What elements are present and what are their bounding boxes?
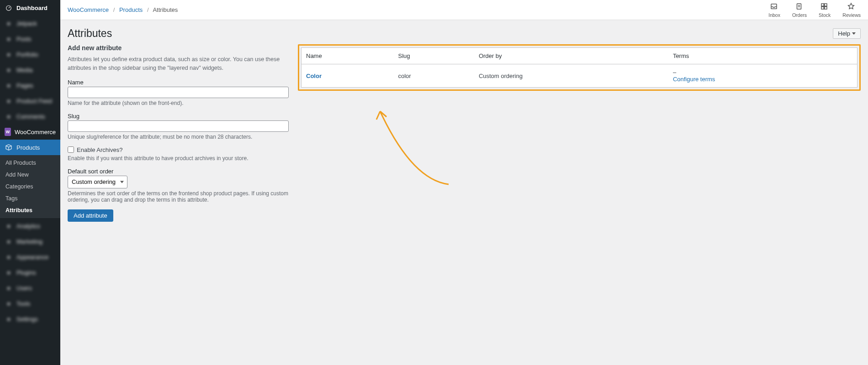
attributes-table-highlight: Name Slug Order by Terms Color color (298, 44, 861, 91)
sidebar-item-blurred: ●Comments (0, 109, 60, 124)
name-input[interactable] (68, 87, 289, 98)
slug-input[interactable] (68, 120, 289, 132)
help-button[interactable]: Help (833, 28, 861, 39)
sidebar-item-blurred: ●Portfolio (0, 47, 60, 62)
th-terms[interactable]: Terms (668, 48, 857, 64)
topbar-btn-orders[interactable]: Orders (792, 2, 807, 18)
sidebar-item-blurred: ●Media (0, 62, 60, 78)
sidebar-item-blurred: ●Pages (0, 78, 60, 93)
admin-sidebar: Dashboard ●Jetpack ●Posts ●Portfolio ●Me… (0, 0, 60, 365)
gauge-icon (5, 4, 13, 12)
sidebar-item-products[interactable]: Products (0, 140, 60, 155)
orders-icon (795, 2, 804, 11)
sidebar-item-label: Dashboard (16, 5, 48, 11)
svg-rect-3 (821, 4, 824, 6)
topbar: WooCommerce / Products / Attributes Inbo… (60, 0, 868, 20)
topbar-btn-stock[interactable]: Stock (819, 2, 831, 18)
submenu-item-all-products[interactable]: All Products (0, 157, 60, 169)
slug-label: Slug (68, 113, 289, 120)
sidebar-item-blurred: ●Tools (0, 296, 60, 311)
slug-hint: Unique slug/reference for the attribute;… (68, 134, 289, 140)
form-intro: Attributes let you define extra product … (68, 55, 289, 73)
products-submenu: All Products Add New Categories Tags Att… (0, 155, 60, 218)
box-icon (5, 143, 13, 151)
sidebar-item-blurred: ●Marketing (0, 234, 60, 249)
attribute-slug-cell: color (394, 64, 474, 88)
attribute-name-link[interactable]: Color (306, 73, 322, 79)
enable-archives-hint: Enable this if you want this attribute t… (68, 155, 289, 162)
sidebar-item-blurred: ●Jetpack (0, 16, 60, 31)
sidebar-item-blurred: ●Posts (0, 31, 60, 47)
sort-label: Default sort order (68, 168, 289, 175)
sidebar-item-blurred: ●Users (0, 280, 60, 296)
woocommerce-icon: W (5, 128, 11, 136)
enable-archives-checkbox[interactable] (68, 146, 74, 153)
sidebar-item-label: Products (16, 144, 40, 151)
topbar-btn-inbox[interactable]: Inbox (768, 2, 780, 18)
name-label: Name (68, 79, 289, 86)
sidebar-item-dashboard[interactable]: Dashboard (0, 0, 60, 16)
attributes-table: Name Slug Order by Terms Color color (301, 47, 857, 88)
inbox-icon (770, 2, 779, 11)
th-slug[interactable]: Slug (394, 48, 474, 64)
stock-icon (820, 2, 829, 11)
page-title: Attributes (68, 27, 112, 40)
sidebar-item-blurred: ●Plugins (0, 265, 60, 280)
name-hint: Name for the attribute (shown on the fro… (68, 100, 289, 106)
topbar-btn-reviews[interactable]: Reviews (842, 2, 861, 18)
sidebar-item-blurred: ●Appearance (0, 249, 60, 265)
chevron-down-icon (852, 32, 856, 35)
enable-archives-label: Enable Archives? (77, 146, 122, 153)
submenu-item-attributes[interactable]: Attributes (0, 204, 60, 216)
svg-rect-4 (825, 4, 827, 6)
th-order-by[interactable]: Order by (474, 48, 668, 64)
sidebar-item-label: WooCommerce (15, 129, 56, 136)
sort-select[interactable]: Custom ordering (68, 176, 127, 188)
sidebar-item-woocommerce[interactable]: W WooCommerce (0, 124, 60, 140)
sort-hint: Determines the sort order of the terms o… (68, 190, 289, 203)
configure-terms-link[interactable]: Configure terms (673, 76, 715, 83)
attribute-orderby-cell: Custom ordering (474, 64, 668, 88)
table-row: Color color Custom ordering – Configure … (302, 64, 857, 88)
main-content: WooCommerce / Products / Attributes Inbo… (60, 0, 868, 365)
breadcrumb: WooCommerce / Products / Attributes (68, 6, 178, 13)
star-icon (847, 2, 856, 11)
add-attribute-button[interactable]: Add attribute (68, 209, 113, 222)
submenu-item-categories[interactable]: Categories (0, 181, 60, 193)
breadcrumb-current: Attributes (153, 6, 178, 13)
breadcrumb-link-woocommerce[interactable]: WooCommerce (68, 6, 109, 13)
submenu-item-tags[interactable]: Tags (0, 193, 60, 204)
form-heading: Add new attribute (68, 44, 289, 52)
sidebar-item-blurred: ●Analytics (0, 218, 60, 234)
svg-rect-5 (821, 6, 824, 9)
sidebar-item-blurred: ●Settings (0, 311, 60, 327)
attribute-terms-dash: – (673, 69, 676, 76)
sidebar-item-blurred: ●Product Feed (0, 93, 60, 109)
breadcrumb-link-products[interactable]: Products (119, 6, 143, 13)
svg-rect-6 (825, 6, 827, 9)
submenu-item-add-new[interactable]: Add New (0, 169, 60, 181)
th-name[interactable]: Name (302, 48, 394, 64)
